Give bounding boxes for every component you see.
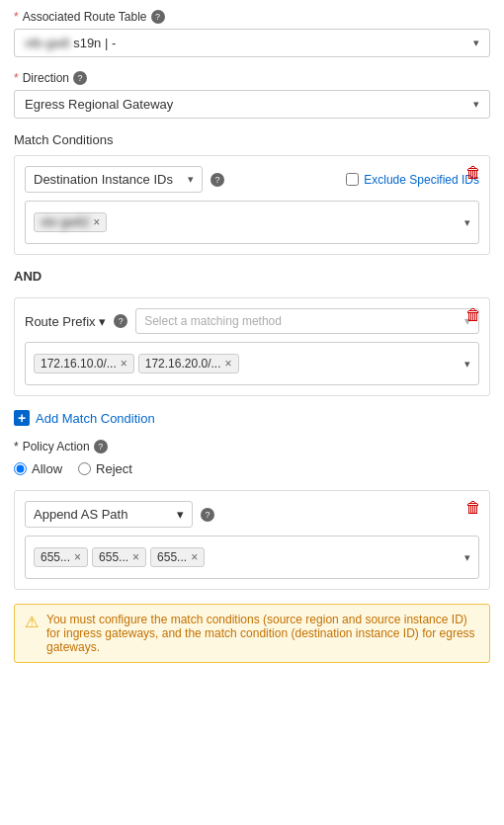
delete-card-1-icon[interactable]: 🗑 <box>465 164 481 182</box>
list-item: 655... × <box>92 547 146 567</box>
exclude-checkbox-area[interactable]: Exclude Specified IDs <box>346 173 479 187</box>
tag-1-close-icon[interactable]: × <box>93 215 100 229</box>
match-type-2-value: Route Prefix <box>25 314 96 329</box>
match-conditions-label: Match Conditions <box>14 132 490 147</box>
match-card-2: 🗑 Route Prefix ▾ ? Select a matching met… <box>14 297 490 396</box>
exclude-checkbox-label: Exclude Specified IDs <box>364 173 479 187</box>
match-card-1: 🗑 Destination Instance IDs ▾ ? Exclude S… <box>14 155 490 255</box>
warning-icon: ⚠ <box>25 613 39 631</box>
add-icon: + <box>14 410 30 426</box>
direction-label: * Direction ? <box>14 71 490 85</box>
direction-chevron-icon: ▾ <box>473 98 479 111</box>
tag-2b-close-icon[interactable]: × <box>224 357 231 371</box>
add-match-condition-button[interactable]: + Add Match Condition <box>14 410 490 426</box>
match-type-2-chevron-icon: ▾ <box>99 314 106 329</box>
policy-action-allow-option[interactable]: Allow <box>14 461 62 476</box>
policy-action-radio-group: Allow Reject <box>14 461 490 476</box>
match-1-input-chevron-icon: ▾ <box>464 216 470 229</box>
append-type-value: Append AS Path <box>34 507 127 522</box>
append-input-chevron-icon: ▾ <box>464 551 470 564</box>
tag-2a-close-icon[interactable]: × <box>121 357 127 371</box>
policy-action-label: * Policy Action ? <box>14 440 490 454</box>
append-type-chevron-icon: ▾ <box>177 507 184 522</box>
match-2-input-chevron-icon: ▾ <box>464 358 470 371</box>
append-tag-3-text: 655... <box>157 550 187 564</box>
match-type-1-select[interactable]: Destination Instance IDs ▾ <box>25 166 203 193</box>
append-tag-input-area[interactable]: 655... × 655... × 655... × ▾ <box>25 536 479 579</box>
associated-route-table-value: vtb-gw8 s19n | - <box>25 36 116 50</box>
tag-1-text: vbr-gw82 <box>41 215 89 229</box>
direction-select[interactable]: Egress Regional Gateway ▾ <box>14 90 490 119</box>
delete-append-card-icon[interactable]: 🗑 <box>465 499 481 517</box>
tag-2a-text: 172.16.10.0/... <box>41 357 117 371</box>
append-help-icon[interactable]: ? <box>201 508 214 522</box>
reject-radio[interactable] <box>78 462 91 475</box>
tag-2b-text: 172.16.20.0/... <box>145 357 221 371</box>
match-type-1-chevron-icon: ▾ <box>188 173 194 186</box>
warning-text: You must configure the match conditions … <box>46 613 479 654</box>
append-tag-2-close-icon[interactable]: × <box>132 550 139 564</box>
append-tag-1-close-icon[interactable]: × <box>74 550 81 564</box>
list-item: 172.16.20.0/... × <box>138 354 239 373</box>
warning-box: ⚠ You must configure the match condition… <box>14 604 490 663</box>
direction-help-icon[interactable]: ? <box>73 71 87 85</box>
associated-route-table-chevron-icon: ▾ <box>473 37 479 49</box>
allow-label: Allow <box>32 461 62 476</box>
associated-route-table-label: * Associated Route Table ? <box>14 10 490 24</box>
list-item: 655... × <box>150 547 205 567</box>
policy-action-reject-option[interactable]: Reject <box>78 461 132 476</box>
match-2-tag-input-area[interactable]: 172.16.10.0/... × 172.16.20.0/... × ▾ <box>25 342 479 385</box>
select-method-select[interactable]: Select a matching method ▾ <box>135 308 479 334</box>
and-label: AND <box>14 269 490 284</box>
append-tag-3-close-icon[interactable]: × <box>191 550 198 564</box>
list-item: 655... × <box>34 547 88 567</box>
list-item: 172.16.10.0/... × <box>34 354 134 373</box>
direction-value: Egress Regional Gateway <box>25 97 173 112</box>
append-tag-2-text: 655... <box>99 550 128 564</box>
reject-label: Reject <box>96 461 132 476</box>
associated-route-table-help-icon[interactable]: ? <box>151 10 165 24</box>
match-1-tag-input-area[interactable]: vbr-gw82 × ▾ <box>25 201 479 244</box>
add-condition-label: Add Match Condition <box>36 411 155 426</box>
list-item: vbr-gw82 × <box>34 212 107 232</box>
exclude-checkbox[interactable] <box>346 173 359 186</box>
match-type-1-help-icon[interactable]: ? <box>210 173 224 187</box>
append-tag-1-text: 655... <box>41 550 70 564</box>
associated-route-table-select[interactable]: vtb-gw8 s19n | - ▾ <box>14 29 490 57</box>
append-type-select[interactable]: Append AS Path ▾ <box>25 501 193 528</box>
delete-card-2-icon[interactable]: 🗑 <box>465 306 481 324</box>
match-1-text-input[interactable] <box>111 215 470 230</box>
match-type-2-select[interactable]: Route Prefix ▾ <box>25 314 106 329</box>
append-as-path-card: 🗑 Append AS Path ▾ ? 655... × 655... × 6… <box>14 490 490 590</box>
select-method-placeholder: Select a matching method <box>144 314 282 328</box>
match-type-1-value: Destination Instance IDs <box>34 172 173 187</box>
match-type-2-help-icon[interactable]: ? <box>114 314 127 328</box>
policy-action-help-icon[interactable]: ? <box>94 440 108 454</box>
allow-radio[interactable] <box>14 462 27 475</box>
